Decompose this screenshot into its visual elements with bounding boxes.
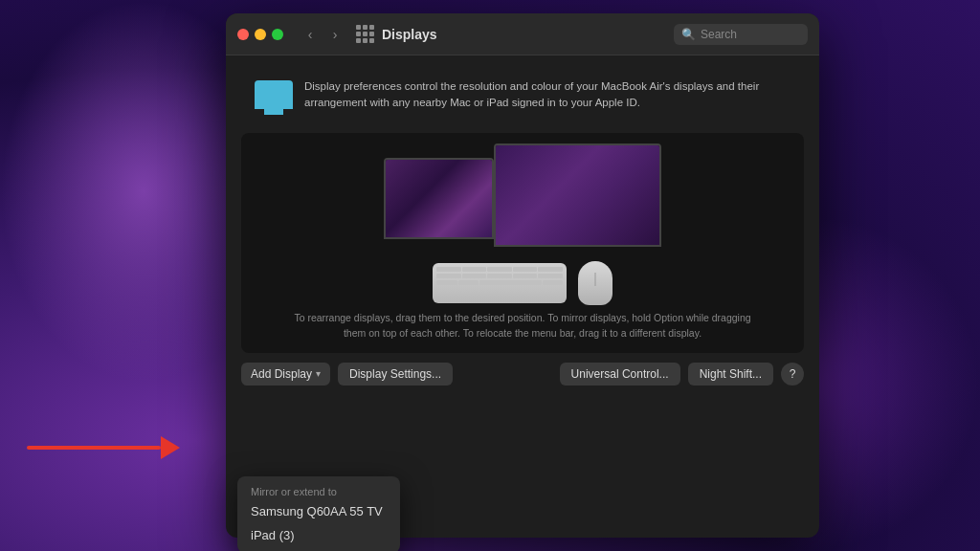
mouse-icon [578, 261, 612, 305]
keyboard-icon [433, 263, 567, 303]
add-display-button[interactable]: Add Display ▾ [241, 363, 330, 386]
search-placeholder: Search [701, 28, 737, 41]
bottom-buttons: Add Display ▾ Display Settings... Univer… [241, 363, 804, 386]
dropdown-item-samsung[interactable]: Samsung Q60AA 55 TV [237, 499, 400, 523]
traffic-lights [237, 29, 283, 40]
help-button[interactable]: ? [781, 363, 804, 386]
info-box: Display preferences control the resoluti… [241, 69, 804, 121]
pointer-arrow [27, 433, 199, 462]
back-button[interactable]: ‹ [299, 23, 322, 46]
maximize-button[interactable] [272, 29, 283, 40]
nav-buttons: ‹ › [299, 23, 346, 46]
external-display [494, 143, 661, 247]
dropdown-arrow-icon: ▾ [316, 368, 321, 379]
titlebar: ‹ › Displays 🔍 Search [226, 13, 819, 55]
display-preview-area: To rearrange displays, drag them to the … [241, 133, 804, 353]
macbook-display [384, 158, 494, 239]
rearrange-hint: To rearrange displays, drag them to the … [264, 311, 781, 342]
search-icon: 🔍 [681, 28, 696, 41]
dropdown-section-label: Mirror or extend to [237, 482, 400, 499]
info-text: Display preferences control the resoluti… [304, 78, 791, 112]
peripherals [433, 261, 612, 305]
add-display-dropdown: Mirror or extend to Samsung Q60AA 55 TV … [237, 476, 400, 551]
display-icon [255, 80, 293, 109]
window-title: Displays [382, 27, 437, 42]
minimize-button[interactable] [255, 29, 266, 40]
search-bar[interactable]: 🔍 Search [674, 24, 808, 45]
close-button[interactable] [237, 29, 249, 40]
dropdown-item-ipad[interactable]: iPad (3) [237, 523, 400, 547]
night-shift-button[interactable]: Night Shift... [688, 363, 773, 386]
displays-container [384, 143, 661, 247]
forward-button[interactable]: › [323, 23, 346, 46]
displays-window: ‹ › Displays 🔍 Search Display preference… [226, 13, 819, 538]
grid-icon[interactable] [356, 25, 374, 43]
display-settings-button[interactable]: Display Settings... [338, 363, 453, 386]
universal-control-button[interactable]: Universal Control... [560, 363, 680, 386]
content-area: Display preferences control the resoluti… [226, 55, 819, 399]
